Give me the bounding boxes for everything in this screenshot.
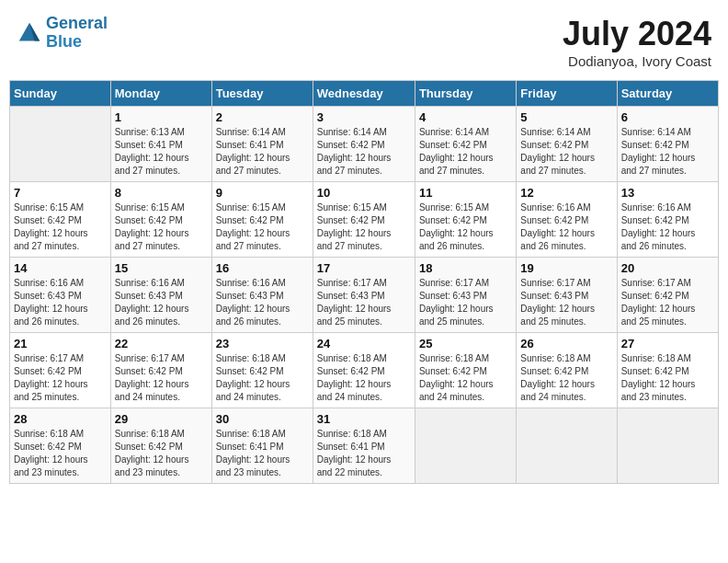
day-number: 21 <box>14 337 107 350</box>
day-number: 3 <box>317 110 411 124</box>
day-info: Sunrise: 6:13 AM Sunset: 6:41 PM Dayligh… <box>115 126 208 178</box>
day-number: 1 <box>115 110 208 124</box>
calendar-cell: 4Sunrise: 6:14 AM Sunset: 6:42 PM Daylig… <box>415 107 516 182</box>
day-number: 27 <box>621 337 714 350</box>
day-info: Sunrise: 6:14 AM Sunset: 6:42 PM Dayligh… <box>520 126 612 178</box>
calendar-week-1: 1Sunrise: 6:13 AM Sunset: 6:41 PM Daylig… <box>10 107 719 182</box>
col-header-monday: Monday <box>110 81 211 107</box>
day-info: Sunrise: 6:16 AM Sunset: 6:42 PM Dayligh… <box>621 201 714 253</box>
calendar-header-row: SundayMondayTuesdayWednesdayThursdayFrid… <box>10 81 719 107</box>
col-header-saturday: Saturday <box>617 81 718 107</box>
day-number: 4 <box>419 110 512 124</box>
calendar-cell: 21Sunrise: 6:17 AM Sunset: 6:42 PM Dayli… <box>10 333 111 408</box>
day-number: 31 <box>317 412 411 426</box>
calendar-cell: 12Sunrise: 6:16 AM Sunset: 6:42 PM Dayli… <box>517 182 617 258</box>
day-number: 30 <box>216 412 309 426</box>
col-header-sunday: Sunday <box>10 81 111 107</box>
day-number: 16 <box>216 261 309 275</box>
day-info: Sunrise: 6:18 AM Sunset: 6:42 PM Dayligh… <box>115 428 208 479</box>
calendar-cell: 5Sunrise: 6:14 AM Sunset: 6:42 PM Daylig… <box>517 107 617 182</box>
calendar-cell: 13Sunrise: 6:16 AM Sunset: 6:42 PM Dayli… <box>617 182 718 258</box>
day-info: Sunrise: 6:14 AM Sunset: 6:42 PM Dayligh… <box>621 126 714 178</box>
calendar-cell: 14Sunrise: 6:16 AM Sunset: 6:43 PM Dayli… <box>10 258 111 333</box>
logo-icon <box>17 20 42 46</box>
calendar-cell: 22Sunrise: 6:17 AM Sunset: 6:42 PM Dayli… <box>110 333 211 408</box>
day-info: Sunrise: 6:18 AM Sunset: 6:42 PM Dayligh… <box>621 352 714 404</box>
calendar-cell <box>617 408 718 484</box>
day-number: 26 <box>520 337 612 350</box>
day-number: 8 <box>115 186 208 200</box>
calendar-week-2: 7Sunrise: 6:15 AM Sunset: 6:42 PM Daylig… <box>10 182 719 258</box>
calendar-cell: 31Sunrise: 6:18 AM Sunset: 6:41 PM Dayli… <box>313 408 415 484</box>
day-info: Sunrise: 6:18 AM Sunset: 6:42 PM Dayligh… <box>216 352 309 404</box>
calendar-cell: 2Sunrise: 6:14 AM Sunset: 6:41 PM Daylig… <box>211 107 313 182</box>
calendar-cell <box>10 107 111 182</box>
calendar-cell <box>415 408 516 484</box>
calendar-cell: 9Sunrise: 6:15 AM Sunset: 6:42 PM Daylig… <box>211 182 313 258</box>
logo-text: General Blue <box>46 15 108 52</box>
day-info: Sunrise: 6:15 AM Sunset: 6:42 PM Dayligh… <box>115 201 208 253</box>
day-number: 14 <box>14 261 107 275</box>
day-number: 25 <box>419 337 512 350</box>
calendar-cell: 10Sunrise: 6:15 AM Sunset: 6:42 PM Dayli… <box>313 182 415 258</box>
day-info: Sunrise: 6:18 AM Sunset: 6:41 PM Dayligh… <box>317 428 411 479</box>
day-info: Sunrise: 6:15 AM Sunset: 6:42 PM Dayligh… <box>14 201 107 253</box>
day-info: Sunrise: 6:18 AM Sunset: 6:42 PM Dayligh… <box>14 428 107 479</box>
day-info: Sunrise: 6:14 AM Sunset: 6:42 PM Dayligh… <box>317 126 411 178</box>
day-info: Sunrise: 6:14 AM Sunset: 6:41 PM Dayligh… <box>216 126 309 178</box>
day-info: Sunrise: 6:17 AM Sunset: 6:43 PM Dayligh… <box>419 277 512 328</box>
day-info: Sunrise: 6:17 AM Sunset: 6:43 PM Dayligh… <box>317 277 411 328</box>
calendar-cell: 28Sunrise: 6:18 AM Sunset: 6:42 PM Dayli… <box>10 408 111 484</box>
calendar-cell: 27Sunrise: 6:18 AM Sunset: 6:42 PM Dayli… <box>617 333 718 408</box>
day-info: Sunrise: 6:15 AM Sunset: 6:42 PM Dayligh… <box>317 201 411 253</box>
calendar-cell: 25Sunrise: 6:18 AM Sunset: 6:42 PM Dayli… <box>415 333 516 408</box>
day-number: 28 <box>14 412 107 426</box>
day-info: Sunrise: 6:15 AM Sunset: 6:42 PM Dayligh… <box>419 201 512 253</box>
calendar-cell: 15Sunrise: 6:16 AM Sunset: 6:43 PM Dayli… <box>110 258 211 333</box>
calendar-cell: 3Sunrise: 6:14 AM Sunset: 6:42 PM Daylig… <box>313 107 415 182</box>
calendar-cell: 7Sunrise: 6:15 AM Sunset: 6:42 PM Daylig… <box>10 182 111 258</box>
title-block: July 2024 Dodianyoa, Ivory Coast <box>563 15 711 69</box>
calendar-cell: 18Sunrise: 6:17 AM Sunset: 6:43 PM Dayli… <box>415 258 516 333</box>
col-header-tuesday: Tuesday <box>211 81 313 107</box>
day-number: 12 <box>520 186 612 200</box>
day-info: Sunrise: 6:17 AM Sunset: 6:42 PM Dayligh… <box>14 352 107 404</box>
day-number: 9 <box>216 186 309 200</box>
day-number: 24 <box>317 337 411 350</box>
calendar-cell: 6Sunrise: 6:14 AM Sunset: 6:42 PM Daylig… <box>617 107 718 182</box>
day-info: Sunrise: 6:16 AM Sunset: 6:43 PM Dayligh… <box>115 277 208 328</box>
calendar-cell: 8Sunrise: 6:15 AM Sunset: 6:42 PM Daylig… <box>110 182 211 258</box>
calendar-cell: 30Sunrise: 6:18 AM Sunset: 6:41 PM Dayli… <box>211 408 313 484</box>
day-number: 11 <box>419 186 512 200</box>
day-info: Sunrise: 6:16 AM Sunset: 6:43 PM Dayligh… <box>216 277 309 328</box>
calendar-table: SundayMondayTuesdayWednesdayThursdayFrid… <box>9 80 719 484</box>
calendar-cell: 17Sunrise: 6:17 AM Sunset: 6:43 PM Dayli… <box>313 258 415 333</box>
day-info: Sunrise: 6:14 AM Sunset: 6:42 PM Dayligh… <box>419 126 512 178</box>
main-title: July 2024 <box>563 15 711 53</box>
day-number: 13 <box>621 186 714 200</box>
calendar-week-5: 28Sunrise: 6:18 AM Sunset: 6:42 PM Dayli… <box>10 408 719 484</box>
day-info: Sunrise: 6:17 AM Sunset: 6:43 PM Dayligh… <box>520 277 612 328</box>
day-number: 15 <box>115 261 208 275</box>
calendar-cell: 29Sunrise: 6:18 AM Sunset: 6:42 PM Dayli… <box>110 408 211 484</box>
day-info: Sunrise: 6:17 AM Sunset: 6:42 PM Dayligh… <box>115 352 208 404</box>
calendar-week-4: 21Sunrise: 6:17 AM Sunset: 6:42 PM Dayli… <box>10 333 719 408</box>
day-info: Sunrise: 6:16 AM Sunset: 6:42 PM Dayligh… <box>520 201 612 253</box>
calendar-cell: 20Sunrise: 6:17 AM Sunset: 6:42 PM Dayli… <box>617 258 718 333</box>
day-number: 23 <box>216 337 309 350</box>
day-number: 17 <box>317 261 411 275</box>
calendar-cell: 19Sunrise: 6:17 AM Sunset: 6:43 PM Dayli… <box>517 258 617 333</box>
calendar-cell: 24Sunrise: 6:18 AM Sunset: 6:42 PM Dayli… <box>313 333 415 408</box>
day-number: 19 <box>520 261 612 275</box>
day-info: Sunrise: 6:18 AM Sunset: 6:42 PM Dayligh… <box>419 352 512 404</box>
col-header-friday: Friday <box>517 81 617 107</box>
calendar-cell: 11Sunrise: 6:15 AM Sunset: 6:42 PM Dayli… <box>415 182 516 258</box>
day-number: 20 <box>621 261 714 275</box>
day-number: 29 <box>115 412 208 426</box>
subtitle: Dodianyoa, Ivory Coast <box>563 53 711 69</box>
day-info: Sunrise: 6:18 AM Sunset: 6:42 PM Dayligh… <box>317 352 411 404</box>
day-number: 18 <box>419 261 512 275</box>
day-number: 22 <box>115 337 208 350</box>
logo: General Blue <box>17 15 108 52</box>
calendar-cell: 23Sunrise: 6:18 AM Sunset: 6:42 PM Dayli… <box>211 333 313 408</box>
